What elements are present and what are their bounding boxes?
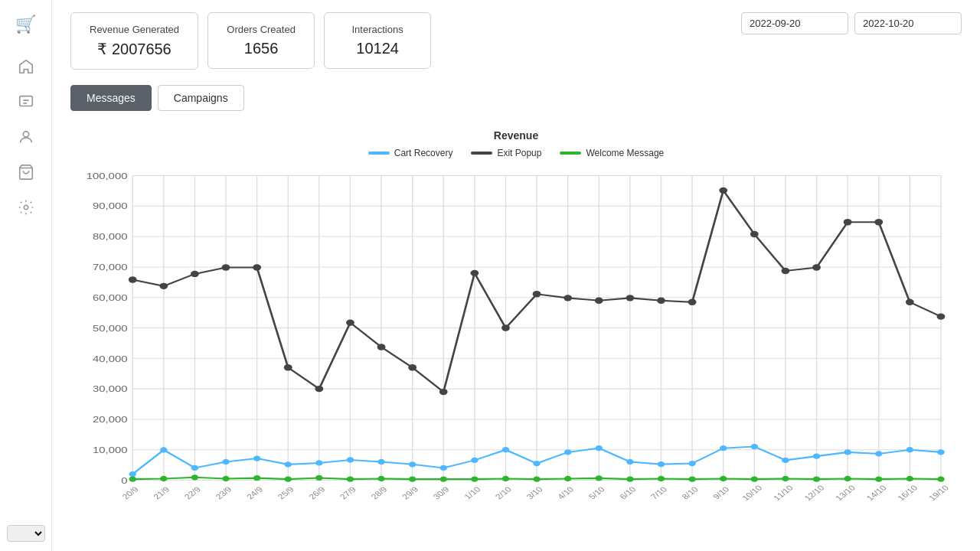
chart-legend: Cart Recovery Exit Popup Welcome Message	[70, 148, 962, 158]
orders-stat: Orders Created 1656	[207, 12, 315, 69]
svg-text:22/9: 22/9	[182, 485, 202, 500]
svg-point-153	[720, 476, 727, 481]
logo-icon: 🛒	[15, 15, 36, 34]
revenue-chart: 0 10,000 20,000 30,000 40,000 50,000 60,…	[70, 168, 962, 504]
svg-text:30/9: 30/9	[431, 485, 451, 500]
settings-icon[interactable]	[11, 193, 41, 222]
svg-text:40,000: 40,000	[93, 354, 127, 364]
home-icon[interactable]	[11, 52, 41, 81]
main-content: Revenue Generated ₹ 2007656 Orders Creat…	[52, 0, 980, 551]
orders-value: 1656	[227, 40, 296, 57]
svg-rect-0	[19, 96, 32, 106]
tabs: Messages Campaigns	[70, 85, 962, 111]
svg-text:21/9: 21/9	[152, 485, 172, 500]
svg-point-100	[750, 231, 759, 237]
svg-point-95	[595, 298, 603, 304]
svg-point-154	[751, 476, 758, 481]
legend-exit-popup-color	[471, 152, 492, 155]
svg-point-107	[129, 471, 136, 477]
svg-point-146	[502, 476, 509, 481]
svg-text:8/10: 8/10	[680, 485, 700, 500]
date-to-input[interactable]	[854, 12, 962, 34]
svg-point-143	[409, 476, 416, 481]
legend-cart-recovery: Cart Recovery	[368, 148, 453, 158]
svg-point-124	[658, 461, 665, 467]
svg-point-132	[906, 447, 913, 452]
message-icon[interactable]	[11, 87, 41, 116]
svg-text:20/9: 20/9	[120, 485, 140, 500]
svg-point-93	[533, 291, 541, 297]
legend-cart-recovery-color	[368, 152, 390, 155]
svg-point-141	[347, 476, 354, 481]
svg-text:9/10: 9/10	[710, 485, 730, 500]
svg-point-149	[596, 475, 603, 481]
svg-point-101	[781, 268, 789, 274]
svg-point-144	[440, 476, 447, 481]
svg-point-126	[720, 445, 727, 451]
svg-point-83	[222, 264, 230, 270]
svg-text:70,000: 70,000	[93, 262, 127, 272]
svg-text:3/10: 3/10	[524, 485, 544, 500]
svg-point-155	[782, 476, 789, 481]
svg-point-147	[533, 476, 540, 481]
svg-point-160	[937, 476, 944, 481]
svg-text:1/10: 1/10	[462, 485, 482, 500]
campaigns-tab[interactable]: Campaigns	[158, 85, 244, 111]
svg-point-120	[533, 461, 540, 466]
chart-title: Revenue	[70, 129, 962, 142]
svg-point-109	[191, 465, 198, 471]
svg-point-156	[813, 476, 820, 481]
svg-point-106	[937, 313, 946, 319]
svg-text:25/9: 25/9	[276, 485, 296, 500]
svg-text:23/9: 23/9	[214, 485, 234, 500]
basket-icon[interactable]	[11, 158, 41, 187]
svg-point-99	[719, 187, 727, 194]
legend-exit-popup: Exit Popup	[471, 148, 541, 158]
messages-tab[interactable]: Messages	[70, 85, 152, 111]
svg-text:13/10: 13/10	[833, 484, 857, 502]
svg-point-90	[439, 389, 448, 395]
svg-point-1	[23, 132, 28, 137]
contacts-icon[interactable]	[11, 122, 41, 152]
svg-point-97	[657, 298, 665, 304]
svg-text:24/9: 24/9	[244, 485, 264, 500]
interactions-stat: Interactions 10124	[324, 12, 431, 69]
svg-point-98	[688, 299, 697, 305]
date-from-input[interactable]	[741, 12, 848, 34]
svg-text:11/10: 11/10	[771, 484, 795, 502]
svg-point-103	[844, 219, 852, 225]
svg-text:30,000: 30,000	[93, 384, 127, 394]
svg-point-113	[315, 460, 322, 465]
svg-point-137	[222, 476, 229, 481]
svg-text:12/10: 12/10	[802, 484, 826, 502]
svg-text:90,000: 90,000	[93, 201, 127, 211]
svg-text:5/10: 5/10	[586, 485, 606, 500]
svg-text:50,000: 50,000	[93, 323, 127, 333]
svg-point-82	[191, 271, 199, 277]
revenue-label: Revenue Generated	[90, 24, 179, 35]
svg-point-158	[875, 476, 882, 481]
svg-point-88	[377, 344, 386, 350]
svg-text:2/10: 2/10	[493, 485, 513, 500]
legend-welcome-message-label: Welcome Message	[586, 148, 664, 158]
legend-welcome-message-color	[560, 152, 581, 155]
language-select[interactable]	[7, 525, 45, 542]
svg-point-115	[377, 459, 384, 465]
svg-point-129	[813, 453, 820, 458]
svg-point-112	[284, 461, 291, 467]
svg-text:10/10: 10/10	[740, 484, 764, 502]
interactions-value: 10124	[343, 40, 412, 57]
svg-point-122	[596, 445, 603, 451]
legend-exit-popup-label: Exit Popup	[497, 148, 541, 158]
svg-point-89	[408, 364, 416, 370]
svg-point-114	[347, 457, 354, 462]
svg-point-148	[564, 476, 571, 481]
svg-point-138	[253, 475, 260, 481]
svg-text:28/9: 28/9	[369, 485, 389, 500]
svg-point-157	[844, 476, 851, 481]
svg-text:80,000: 80,000	[93, 232, 127, 242]
svg-text:16/10: 16/10	[896, 484, 920, 502]
svg-point-94	[564, 295, 572, 301]
revenue-value: ₹ 2007656	[90, 40, 179, 58]
svg-text:100,000: 100,000	[87, 171, 128, 181]
